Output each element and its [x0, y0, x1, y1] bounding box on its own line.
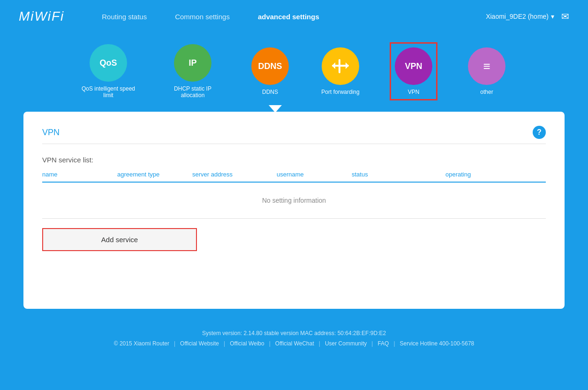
icon-item-port[interactable]: Port forwarding — [319, 47, 362, 95]
section-header: VPN ? — [42, 126, 546, 139]
col-header-agreement: agreement type — [117, 171, 192, 178]
qos-icon-circle: QoS — [90, 44, 127, 82]
footer-sep-5: | — [393, 340, 395, 347]
svg-rect-1 — [339, 59, 340, 73]
col-header-operating: operating — [445, 171, 520, 178]
icon-item-vpn[interactable]: VPN VPN — [390, 42, 437, 100]
svg-marker-2 — [332, 62, 335, 69]
footer-sep-2: | — [269, 340, 271, 347]
footer-sep-3: | — [319, 340, 320, 347]
header: MiWiFi Routing status Common settings ad… — [0, 0, 588, 33]
add-service-button[interactable]: Add service — [42, 228, 197, 251]
footer-link-faq[interactable]: FAQ — [377, 340, 389, 347]
nav-routing-status[interactable]: Routing status — [102, 13, 147, 21]
icon-item-ddns[interactable]: DDNS DDNS — [249, 47, 291, 95]
no-data-message: No setting information — [42, 183, 546, 219]
vpn-label: VPN — [408, 89, 420, 95]
ddns-label: DDNS — [262, 89, 278, 95]
footer: System version: 2.14.80 stable version M… — [0, 323, 588, 354]
qos-label: QoS intelligent speed limit — [80, 85, 136, 99]
ddns-abbr: DDNS — [258, 61, 282, 71]
other-label: other — [480, 89, 493, 95]
icon-item-qos[interactable]: QoS QoS intelligent speed limit — [80, 44, 136, 99]
chevron-down-icon: ▾ — [551, 13, 554, 20]
footer-links: © 2015 Xiaomi Router | Official Website … — [0, 340, 588, 347]
col-header-name: name — [42, 171, 117, 178]
ddns-icon-circle: DDNS — [251, 47, 289, 85]
qos-abbr: QoS — [99, 58, 117, 68]
col-header-status: status — [352, 171, 445, 178]
footer-link-official-wechat[interactable]: Official WeChat — [275, 340, 314, 347]
vpn-icon-circle: VPN — [395, 47, 432, 85]
vpn-service-list-label: VPN service list: — [42, 156, 546, 164]
other-icon-circle: ≡ — [468, 47, 505, 85]
ip-label: DHCP static IP allocation — [165, 85, 221, 99]
svg-marker-3 — [346, 62, 349, 69]
footer-link-official-weibo[interactable]: Official Weibo — [230, 340, 264, 347]
footer-link-official-website[interactable]: Official Website — [180, 340, 219, 347]
icon-grid: QoS QoS intelligent speed limit IP DHCP … — [0, 33, 588, 105]
logo: MiWiFi — [19, 9, 64, 24]
icon-item-other[interactable]: ≡ other — [466, 47, 508, 95]
port-label: Port forwarding — [321, 89, 359, 95]
help-button[interactable]: ? — [533, 126, 546, 139]
vpn-abbr: VPN — [405, 61, 422, 71]
col-header-server: server address — [192, 171, 277, 178]
footer-sep-0: | — [174, 340, 175, 347]
nav-common-settings[interactable]: Common settings — [175, 13, 230, 21]
other-abbr: ≡ — [483, 59, 490, 74]
footer-sep-1: | — [224, 340, 225, 347]
footer-sep-4: | — [371, 340, 373, 347]
section-arrow — [0, 105, 569, 113]
section-divider — [42, 144, 546, 144]
mail-icon[interactable]: ✉ — [561, 11, 569, 22]
ip-abbr: IP — [188, 58, 196, 68]
icon-item-ip[interactable]: IP DHCP static IP allocation — [165, 44, 221, 99]
footer-version: System version: 2.14.80 stable version M… — [0, 330, 588, 336]
header-right: Xiaomi_9DE2 (home) ▾ ✉ — [486, 11, 569, 22]
arrow-down-icon — [269, 105, 282, 113]
username-label: Xiaomi_9DE2 (home) — [486, 13, 549, 20]
port-forwarding-icon — [332, 59, 349, 74]
main-nav: Routing status Common settings advanced … — [102, 13, 486, 21]
nav-advanced-settings[interactable]: advanced settings — [258, 13, 319, 21]
col-header-username: username — [277, 171, 352, 178]
main-content: VPN ? VPN service list: name agreement t… — [23, 112, 565, 309]
port-icon-circle — [322, 47, 359, 85]
table-header: name agreement type server address usern… — [42, 171, 546, 183]
user-dropdown[interactable]: Xiaomi_9DE2 (home) ▾ — [486, 13, 554, 20]
footer-copyright: © 2015 Xiaomi Router — [114, 340, 169, 347]
footer-link-user-community[interactable]: User Community — [325, 340, 367, 347]
section-title: VPN — [42, 128, 60, 138]
ip-icon-circle: IP — [174, 44, 211, 82]
vpn-selected-wrapper: VPN VPN — [390, 42, 437, 100]
footer-link-hotline[interactable]: Service Hotline 400-100-5678 — [400, 340, 475, 347]
